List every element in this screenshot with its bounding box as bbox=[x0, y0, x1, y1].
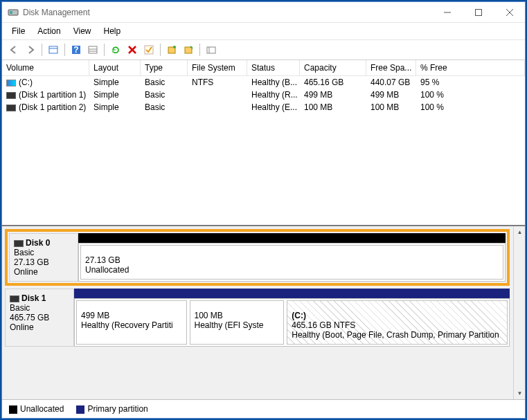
properties-check-icon[interactable] bbox=[141, 42, 157, 57]
col-percent-free[interactable]: % Free bbox=[416, 60, 525, 75]
col-volume[interactable]: Volume bbox=[2, 60, 89, 75]
svg-rect-15 bbox=[145, 46, 153, 54]
partition-size: 499 MB bbox=[81, 311, 182, 320]
svg-rect-18 bbox=[185, 47, 192, 53]
action-icon[interactable] bbox=[181, 42, 196, 57]
disk-0-type: Basic bbox=[14, 248, 73, 257]
titlebar: Disk Management bbox=[2, 2, 525, 23]
legend: Unallocated Primary partition bbox=[2, 399, 525, 418]
settings-icon[interactable] bbox=[204, 42, 219, 57]
app-icon bbox=[8, 7, 19, 18]
menu-help[interactable]: Help bbox=[98, 24, 127, 38]
disk-0-strip bbox=[78, 233, 506, 243]
volume-icon bbox=[6, 104, 16, 111]
toolbar-separator bbox=[42, 44, 42, 56]
svg-rect-3 bbox=[475, 9, 481, 15]
volume-row[interactable]: (Disk 1 partition 1)SimpleBasicHealthy (… bbox=[2, 89, 525, 101]
disk-0-size: 27.13 GB bbox=[14, 257, 73, 267]
disk-1-info[interactable]: Disk 1 Basic 465.75 GB Online bbox=[5, 289, 74, 347]
toolbar-separator bbox=[104, 44, 105, 56]
disk-1-partition[interactable]: 499 MBHealthy (Recovery Partiti bbox=[76, 300, 187, 345]
col-layout[interactable]: Layout bbox=[89, 60, 141, 75]
help-icon[interactable]: ? bbox=[69, 42, 84, 57]
partition-title: (C:) bbox=[292, 311, 503, 320]
disk-1-name: Disk 1 bbox=[21, 293, 46, 303]
disk-0-name: Disk 0 bbox=[26, 238, 50, 248]
partition-status: Healthy (EFI Syste bbox=[195, 320, 280, 330]
disk-1-strip bbox=[74, 289, 510, 298]
toolbar-separator bbox=[64, 44, 65, 56]
disk-0-state: Online bbox=[14, 267, 73, 277]
refresh-icon[interactable] bbox=[108, 42, 123, 57]
back-icon[interactable] bbox=[6, 42, 21, 57]
disk-icon bbox=[10, 295, 19, 302]
disk-1-size: 465.75 GB bbox=[10, 313, 69, 322]
menu-action[interactable]: Action bbox=[32, 24, 66, 38]
disk-1-partitions: 499 MBHealthy (Recovery Partiti100 MBHea… bbox=[74, 289, 510, 347]
svg-rect-10 bbox=[89, 46, 97, 53]
scroll-down-icon[interactable]: ▼ bbox=[514, 387, 525, 399]
menu-file[interactable]: File bbox=[6, 24, 30, 38]
svg-rect-6 bbox=[49, 46, 57, 53]
disk-0-unallocated[interactable]: 27.13 GB Unallocated bbox=[80, 245, 503, 280]
toolbar-separator bbox=[199, 44, 200, 56]
svg-point-17 bbox=[173, 46, 176, 48]
scroll-up-icon[interactable]: ▲ bbox=[514, 226, 525, 238]
list-icon[interactable] bbox=[85, 42, 100, 57]
partition-status: Healthy (Boot, Page File, Crash Dump, Pr… bbox=[292, 330, 503, 340]
disk-1-row[interactable]: Disk 1 Basic 465.75 GB Online 499 MBHeal… bbox=[5, 289, 510, 347]
col-capacity[interactable]: Capacity bbox=[300, 60, 366, 75]
partition-size: 100 MB bbox=[195, 311, 280, 320]
volume-icon bbox=[6, 92, 16, 99]
delete-icon[interactable] bbox=[125, 42, 140, 57]
legend-primary: Primary partition bbox=[76, 404, 148, 414]
svg-rect-19 bbox=[207, 47, 215, 53]
vertical-scrollbar[interactable]: ▲ ▼ bbox=[513, 226, 525, 399]
partition-size: 465.16 GB NTFS bbox=[292, 320, 503, 330]
disk-0-info[interactable]: Disk 0 Basic 27.13 GB Online bbox=[9, 233, 78, 282]
toolbar: ? bbox=[2, 40, 525, 60]
disk-0-row[interactable]: Disk 0 Basic 27.13 GB Online 27.13 GB Un… bbox=[9, 233, 506, 282]
volume-list[interactable]: Volume Layout Type File System Status Ca… bbox=[2, 60, 525, 225]
close-button[interactable] bbox=[494, 2, 525, 22]
disk-0-partitions: 27.13 GB Unallocated bbox=[78, 233, 506, 282]
menu-view[interactable]: View bbox=[68, 24, 97, 38]
content-area: Volume Layout Type File System Status Ca… bbox=[2, 60, 525, 418]
disk-graphical-view: Disk 0 Basic 27.13 GB Online 27.13 GB Un… bbox=[2, 225, 525, 399]
volume-list-header: Volume Layout Type File System Status Ca… bbox=[2, 60, 525, 76]
disk-1-partition[interactable]: (C:)465.16 GB NTFSHealthy (Boot, Page Fi… bbox=[287, 300, 508, 345]
disk-1-type: Basic bbox=[10, 303, 69, 313]
partition-status: Healthy (Recovery Partiti bbox=[81, 320, 182, 330]
window-controls bbox=[431, 2, 525, 22]
disk-1-state: Online bbox=[10, 322, 69, 332]
col-status[interactable]: Status bbox=[247, 60, 300, 75]
forward-icon[interactable] bbox=[23, 42, 38, 57]
minimize-button[interactable] bbox=[431, 2, 463, 22]
disk-1-partition[interactable]: 100 MBHealthy (EFI Syste bbox=[190, 300, 285, 345]
volume-row[interactable]: (C:)SimpleBasicNTFSHealthy (B...465.16 G… bbox=[2, 76, 525, 89]
swatch-unallocated bbox=[9, 405, 17, 414]
disk0-highlight: Disk 0 Basic 27.13 GB Online 27.13 GB Un… bbox=[5, 229, 510, 286]
maximize-button[interactable] bbox=[463, 2, 494, 22]
toolbar-separator bbox=[160, 44, 161, 56]
swatch-primary bbox=[76, 405, 84, 414]
show-hide-icon[interactable] bbox=[46, 42, 61, 57]
legend-unallocated: Unallocated bbox=[9, 404, 64, 414]
volume-row[interactable]: (Disk 1 partition 2)SimpleBasicHealthy (… bbox=[2, 101, 525, 113]
wizard-icon[interactable] bbox=[164, 42, 179, 57]
menubar: File Action View Help bbox=[2, 23, 525, 40]
volume-icon bbox=[6, 80, 16, 86]
col-filesystem[interactable]: File System bbox=[188, 60, 247, 75]
partition-size: 27.13 GB bbox=[85, 255, 499, 265]
window-title: Disk Management bbox=[23, 8, 431, 17]
partition-label: Unallocated bbox=[85, 265, 499, 275]
svg-rect-1 bbox=[10, 11, 12, 14]
disk-management-window: Disk Management File Action View Help ? bbox=[1, 1, 526, 419]
col-free-space[interactable]: Free Spa... bbox=[366, 60, 416, 75]
col-type[interactable]: Type bbox=[141, 60, 188, 75]
disk-icon bbox=[14, 240, 24, 247]
svg-text:?: ? bbox=[73, 45, 78, 55]
